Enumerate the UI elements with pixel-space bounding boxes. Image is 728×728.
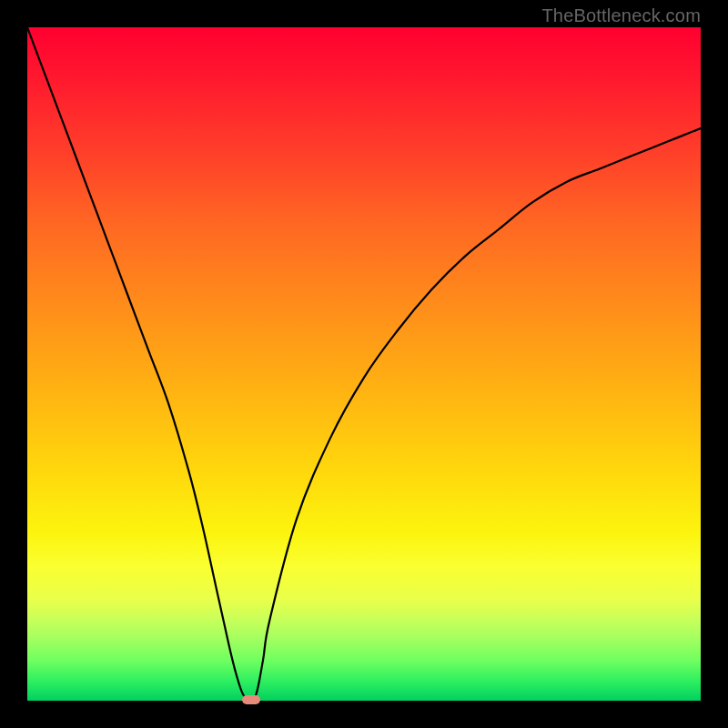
- watermark-text: TheBottleneck.com: [541, 5, 701, 26]
- bottleneck-curve: [27, 27, 701, 701]
- curve-svg: [27, 27, 701, 701]
- optimal-point-marker: [242, 695, 260, 704]
- plot-area: [27, 27, 701, 701]
- chart-frame: TheBottleneck.com: [0, 0, 728, 728]
